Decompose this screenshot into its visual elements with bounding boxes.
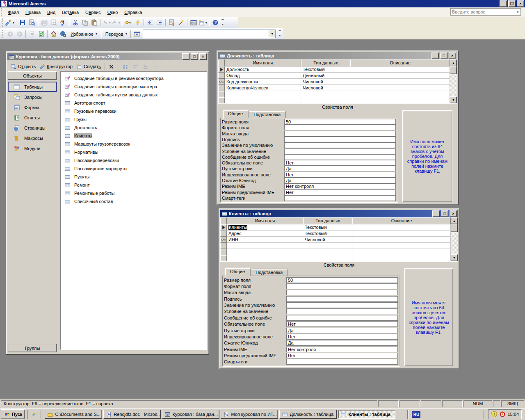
field-name-cell[interactable]: Оклад <box>225 73 301 79</box>
print-button[interactable] <box>39 18 49 27</box>
scroll-up-button[interactable]: ▲ <box>450 59 457 66</box>
field-type-cell[interactable]: Числовой <box>303 237 352 243</box>
close-button[interactable]: × <box>199 53 207 60</box>
field-name-cell[interactable]: КоличествоЧеловек <box>225 85 301 91</box>
column-header-3[interactable]: Описание <box>350 59 450 66</box>
menu-Вид[interactable]: Вид <box>44 9 59 16</box>
minimize-button[interactable]: _ <box>182 53 189 60</box>
list-item[interactable]: Грузы <box>64 115 207 123</box>
primary-key-button[interactable] <box>123 18 133 27</box>
list-item[interactable]: Ремонт <box>64 181 207 189</box>
row-selector[interactable] <box>218 91 225 97</box>
design-window-titlebar[interactable]: Клиенты : таблица_□× <box>220 210 458 217</box>
list-item[interactable]: Ремонтные работы <box>64 189 207 197</box>
scroll-down-button[interactable]: ▼ <box>451 254 458 261</box>
home-button[interactable] <box>49 30 58 39</box>
row-selector[interactable] <box>220 255 227 261</box>
delete-x-button[interactable] <box>107 62 116 71</box>
toolbar-options-button[interactable]: ▔▼ <box>277 28 282 39</box>
field-description-cell[interactable] <box>350 91 450 97</box>
scroll-thumb[interactable] <box>451 224 458 232</box>
field-name-cell[interactable] <box>227 243 303 249</box>
field-type-cell[interactable]: Числовой <box>301 85 350 91</box>
antivirus-icon[interactable] <box>499 411 506 418</box>
property-value[interactable]: 50 <box>286 277 398 283</box>
database-window-button[interactable] <box>189 18 198 27</box>
row-selector[interactable] <box>218 85 225 91</box>
field-description-cell[interactable] <box>352 255 451 261</box>
sidebar-item-Макросы[interactable]: Макросы <box>8 133 57 143</box>
field-name-cell[interactable] <box>227 249 303 255</box>
list-item[interactable]: Должность <box>64 123 207 132</box>
property-value[interactable] <box>284 195 396 201</box>
property-value[interactable]: Нет контроля <box>286 347 398 352</box>
row-selector[interactable] <box>220 224 227 231</box>
back-button[interactable] <box>5 30 15 39</box>
menu-Окно[interactable]: Окно <box>104 9 121 16</box>
property-value[interactable] <box>286 302 398 308</box>
groups-header[interactable]: Группы <box>8 344 57 352</box>
property-value[interactable]: Да <box>286 340 398 346</box>
scroll-down-button[interactable]: ▼ <box>450 96 457 103</box>
file-search-button[interactable] <box>27 18 37 27</box>
language-indicator[interactable]: RU <box>412 411 420 418</box>
property-value[interactable]: Да <box>284 178 396 183</box>
property-value[interactable]: Нет <box>286 353 398 358</box>
database-window-titlebar[interactable]: Курсовая : база данных (формат Access 20… <box>7 53 208 60</box>
close-button[interactable]: × <box>449 52 456 59</box>
task-button[interactable]: WМоя курсовая по ИТ... <box>221 410 278 419</box>
forward-button[interactable] <box>15 30 24 39</box>
property-value[interactable]: Нет контроля <box>284 183 396 189</box>
restore-button[interactable]: ❐ <box>508 0 516 7</box>
task-button[interactable]: C:\Documents and S... <box>45 410 102 419</box>
row-selector[interactable] <box>218 97 225 103</box>
row-selector[interactable] <box>218 66 225 73</box>
internet-explorer-icon[interactable]: e <box>32 411 38 418</box>
field-type-cell[interactable]: Денежный <box>301 73 350 79</box>
db-design-button[interactable]: Конструктор <box>38 62 74 71</box>
field-description-cell[interactable] <box>350 79 450 85</box>
property-value[interactable] <box>284 142 396 148</box>
menu-Файл[interactable]: Файл <box>5 9 22 16</box>
field-type-cell[interactable] <box>303 255 352 261</box>
field-description-cell[interactable] <box>352 243 451 249</box>
menu-Справка[interactable]: Справка <box>121 9 145 16</box>
menu-Правка[interactable]: Правка <box>22 9 44 16</box>
property-value[interactable] <box>284 131 396 137</box>
minimize-button[interactable]: _ <box>431 52 439 59</box>
search-web-button[interactable] <box>58 30 68 39</box>
task-button[interactable]: Должность : таблица <box>279 410 337 419</box>
help-button[interactable]: ? <box>210 18 220 27</box>
sidebar-item-Страницы[interactable]: Страницы <box>8 123 57 133</box>
minimize-button[interactable]: _ <box>500 0 507 7</box>
list-item[interactable]: Пассажирские маршруты <box>64 164 207 173</box>
property-value[interactable]: Нет <box>284 160 396 166</box>
tab-Общие[interactable]: Общие <box>223 110 248 119</box>
property-value[interactable] <box>284 137 396 142</box>
list-item[interactable]: Создание таблицы с помощью мастера <box>64 82 207 91</box>
field-type-cell[interactable]: Текстовый <box>303 231 352 237</box>
tab-Подстановка[interactable]: Подстановка <box>248 111 286 118</box>
redo-button[interactable]: ▼ <box>111 18 121 27</box>
field-type-cell[interactable] <box>303 243 352 249</box>
field-name-cell[interactable]: Код должности <box>225 79 301 85</box>
web-toolbar-button[interactable] <box>132 30 142 39</box>
list-item[interactable]: Списочный состав <box>64 197 207 205</box>
ask-question-box[interactable]: Введите вопрос ▼ <box>450 8 521 16</box>
row-selector[interactable] <box>218 73 225 79</box>
go-button[interactable]: Переход▼ <box>103 30 130 39</box>
field-description-cell[interactable] <box>350 66 450 73</box>
field-description-cell[interactable] <box>350 73 450 79</box>
paste-button[interactable] <box>89 18 99 27</box>
scroll-thumb[interactable] <box>450 66 457 74</box>
close-button[interactable]: × <box>517 0 524 7</box>
row-selector[interactable] <box>220 249 227 255</box>
field-type-cell[interactable]: Текстовый <box>301 66 350 73</box>
toolbar-options-button[interactable]: ▔▼ <box>220 17 225 28</box>
sidebar-item-Запросы[interactable]: Запросы <box>8 92 57 102</box>
scroll-up-button[interactable]: ▲ <box>451 217 458 224</box>
list-item[interactable]: Клиенты <box>64 132 207 140</box>
print-preview-button[interactable] <box>49 18 58 27</box>
view-large-button[interactable] <box>121 62 130 71</box>
field-description-cell[interactable] <box>352 224 451 231</box>
